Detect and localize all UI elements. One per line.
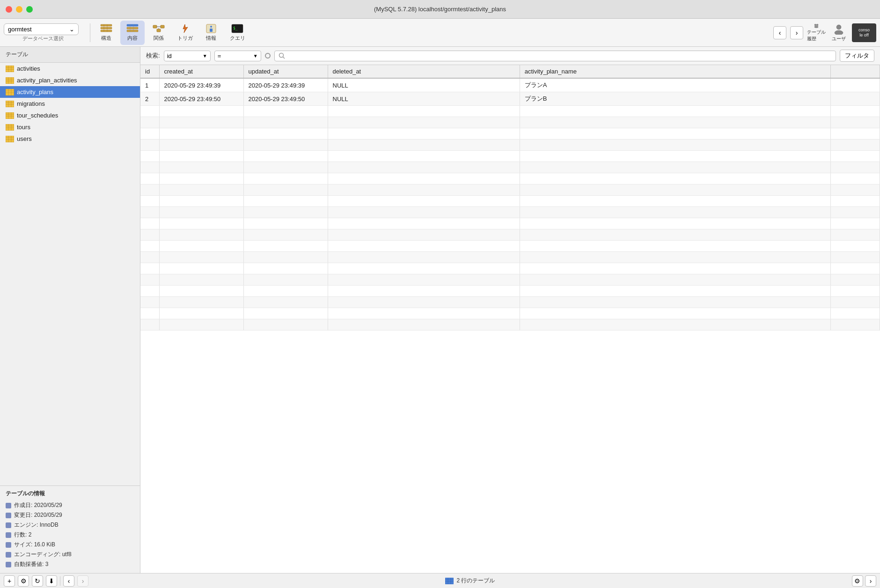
status-text: 2 行のテーブル — [456, 577, 495, 585]
bottom-settings-right[interactable]: ⚙ — [852, 575, 863, 587]
info-row-autoincrement: 自動採番値: 3 — [6, 559, 134, 569]
tab-triggers[interactable]: トリガ — [173, 21, 197, 45]
info-dot — [6, 513, 11, 518]
svg-rect-50 — [6, 124, 14, 131]
content-icon — [126, 23, 139, 34]
query-icon: $_ — [231, 23, 244, 34]
col-header-id[interactable]: id — [140, 65, 159, 78]
table-row[interactable]: 2 2020-05-29 23:49:50 2020-05-29 23:49:5… — [140, 92, 880, 106]
cell-deleted-at: NULL — [328, 92, 520, 106]
tab-info[interactable]: 情報 — [199, 21, 223, 45]
export-button[interactable]: ⬇ — [46, 575, 57, 587]
info-dot — [6, 552, 11, 558]
sidebar-item-label: activity_plan_activities — [17, 77, 77, 84]
table-row-empty — [140, 117, 880, 128]
sidebar-item-label: activity_plans — [17, 88, 53, 96]
col-header-updated-at[interactable]: updated_at — [243, 65, 328, 78]
svg-point-20 — [814, 24, 816, 26]
table-status-icon — [445, 578, 454, 584]
svg-rect-10 — [153, 25, 157, 28]
cell-created-at: 2020-05-29 23:49:39 — [159, 78, 243, 92]
refresh-button[interactable]: ↻ — [32, 575, 43, 587]
maximize-button[interactable] — [26, 6, 33, 13]
search-input[interactable] — [287, 52, 832, 59]
minimize-button[interactable] — [16, 6, 22, 13]
forward-button[interactable]: › — [790, 26, 803, 39]
filter-button[interactable]: フィルタ — [840, 50, 874, 62]
tab-structure[interactable]: 構造 — [94, 21, 118, 45]
info-row-engine: エンジン: InnoDB — [6, 520, 134, 530]
sidebar: テーブル activities — [0, 47, 140, 573]
console-section[interactable]: conso le off — [852, 23, 876, 42]
operator-value: = — [218, 52, 221, 59]
main-layout: テーブル activities — [0, 47, 880, 573]
svg-rect-17 — [210, 29, 213, 32]
sidebar-item-tour-schedules[interactable]: tour_schedules — [0, 110, 140, 121]
db-selector[interactable]: gormtest ⌄ — [4, 23, 79, 35]
svg-rect-1 — [101, 27, 112, 29]
table-history-section: テーブル履歴 — [807, 23, 826, 42]
cell-updated-at: 2020-05-29 23:49:50 — [243, 92, 328, 106]
toolbar-right: ‹ › テーブル履歴 ユーザ conso le off — [773, 23, 876, 42]
svg-rect-5 — [127, 24, 138, 26]
tab-query[interactable]: $_ クエリ — [225, 21, 249, 45]
bottom-right-controls: ⚙ › — [852, 575, 876, 587]
sidebar-footer: テーブルの情報 作成日: 2020/05/29 変更日: 2020/05/29 … — [0, 485, 140, 573]
back-button[interactable]: ‹ — [773, 26, 786, 39]
tab-content[interactable]: 内容 — [120, 21, 145, 45]
sidebar-item-users[interactable]: users — [0, 133, 140, 145]
content-label: 内容 — [127, 35, 138, 42]
bottom-arrow-right[interactable]: › — [865, 575, 876, 587]
search-field-select[interactable]: id ▼ — [164, 51, 211, 61]
sidebar-item-tours[interactable]: tours — [0, 121, 140, 133]
svg-rect-55 — [6, 136, 14, 142]
svg-point-16 — [210, 26, 212, 28]
table-row-empty — [140, 162, 880, 173]
structure-icon — [100, 23, 113, 34]
pager-prev-button[interactable]: ‹ — [63, 575, 74, 587]
add-row-button[interactable]: + — [4, 575, 15, 587]
window-title: (MySQL 5.7.28) localhost/gormtest/activi… — [374, 6, 506, 13]
sidebar-item-label: activities — [17, 65, 40, 72]
relations-icon — [152, 23, 165, 34]
user-section: ユーザ — [829, 23, 848, 42]
info-dot — [6, 522, 11, 528]
sidebar-item-activity-plan-activities[interactable]: activity_plan_activities — [0, 74, 140, 86]
cell-id: 1 — [140, 78, 159, 92]
search-operator-select[interactable]: = ▼ — [214, 51, 261, 61]
titlebar: (MySQL 5.7.28) localhost/gormtest/activi… — [0, 0, 880, 19]
info-size: サイズ: 16.0 KiB — [14, 541, 55, 549]
col-header-empty — [830, 65, 880, 78]
cell-updated-at: 2020-05-29 23:49:39 — [243, 78, 328, 92]
info-dot — [6, 542, 11, 548]
cell-created-at: 2020-05-29 23:49:50 — [159, 92, 243, 106]
info-dot — [6, 532, 11, 538]
cell-empty — [830, 78, 880, 92]
bottom-bar: + ⚙ ↻ ⬇ ‹ › 2 行のテーブル ⚙ › — [0, 573, 880, 588]
close-button[interactable] — [6, 6, 12, 13]
sidebar-item-activity-plans[interactable]: activity_plans — [0, 86, 140, 98]
triggers-icon — [178, 23, 191, 34]
col-header-deleted-at[interactable]: deleted_at — [328, 65, 520, 78]
db-selector-value: gormtest — [8, 26, 32, 33]
sidebar-item-migrations[interactable]: migrations — [0, 98, 140, 110]
sidebar-item-label: migrations — [17, 100, 45, 107]
svg-point-22 — [814, 26, 818, 28]
pager-next-button[interactable]: › — [77, 575, 88, 587]
svg-point-23 — [836, 25, 841, 29]
tab-relations[interactable]: 関係 — [147, 21, 171, 45]
svg-rect-2 — [101, 30, 112, 32]
info-autoincrement: 自動採番値: 3 — [14, 560, 48, 568]
table-row-empty — [140, 173, 880, 184]
col-header-activity-plan-name[interactable]: activity_plan_name — [520, 65, 830, 78]
table-row-empty — [140, 274, 880, 286]
settings-button[interactable]: ⚙ — [18, 575, 29, 587]
col-header-created-at[interactable]: created_at — [159, 65, 243, 78]
info-row-modified: 変更日: 2020/05/29 — [6, 510, 134, 520]
sidebar-item-activities[interactable]: activities — [0, 63, 140, 74]
svg-point-24 — [835, 30, 843, 35]
table-row-empty — [140, 184, 880, 196]
info-created: 作成日: 2020/05/29 — [14, 501, 62, 509]
info-engine: エンジン: InnoDB — [14, 521, 59, 529]
table-row[interactable]: 1 2020-05-29 23:49:39 2020-05-29 23:49:3… — [140, 78, 880, 92]
